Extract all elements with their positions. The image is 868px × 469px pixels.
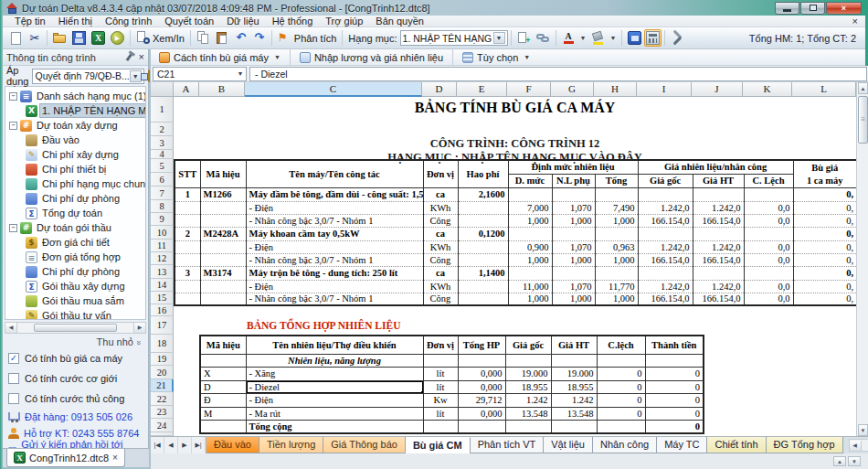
save-button[interactable] (69, 30, 89, 46)
t2-cell-r21-c4[interactable]: 18.955 (505, 380, 551, 393)
t2-cell-r22-c1[interactable]: - Điện (246, 393, 423, 407)
t1-cell-r14-cE[interactable] (458, 280, 508, 293)
t1-cell-r11-cF[interactable]: 0,900 (508, 240, 552, 253)
open-button[interactable] (50, 30, 69, 46)
t1-cell-r15-cI[interactable]: 166.154,0 (638, 293, 693, 305)
t1-cell-r13-cE[interactable]: 1,1400 (458, 266, 508, 280)
t1-header-g2[interactable]: Giá nhiên liệu/nhân công (638, 160, 793, 174)
t1-cell-r15-cC[interactable]: - Nhân công bậc 3,0/7 - Nhóm 1 (246, 293, 423, 305)
t1-cell-r7-cJ[interactable] (693, 187, 744, 201)
tree-item-0[interactable]: −≡Danh sách hạng mục (1) (5, 89, 145, 103)
t2-cell-r24-c2[interactable] (423, 420, 458, 433)
new-document-button[interactable] (6, 31, 26, 46)
tree-item-3[interactable]: Đầu vào (5, 133, 145, 147)
tree-item-13[interactable]: ΣGói thầu xây dựng (5, 279, 145, 293)
cell-reference-box[interactable]: C21 ▼ (153, 67, 247, 81)
t1-cell-r13-cB[interactable]: M3174 (200, 266, 246, 280)
t2-cell-r23-c7[interactable]: 0 (645, 407, 704, 420)
checkbox-checked[interactable]: ✓ (8, 353, 19, 364)
menu-item-1[interactable]: Hiển thị (52, 16, 99, 27)
t2-cell-r24-c5[interactable] (551, 420, 597, 433)
close-document-tab-icon[interactable]: × (112, 453, 118, 463)
t2-cell-r19-c5[interactable] (551, 354, 597, 367)
t1-cell-r15-cL[interactable]: 0, (793, 293, 856, 305)
fuel-summary-title[interactable]: BẢNG TỔNG HỢP NHIÊN LIỆU (247, 320, 401, 331)
t1-cell-r8-cH[interactable]: 7,490 (595, 201, 638, 214)
t2-cell-r19-c0[interactable] (200, 354, 246, 367)
row-header-21[interactable]: 21 (151, 379, 174, 392)
calculator-button[interactable] (644, 29, 662, 47)
t1-cell-r9-cA[interactable] (175, 214, 200, 227)
t2-cell-r24-c3[interactable] (458, 420, 505, 433)
t1-cell-r10-cC[interactable]: Máy khoan cầm tay 0,5kW (246, 227, 423, 240)
select-all-corner[interactable] (151, 82, 174, 97)
t2-cell-r22-c2[interactable]: Kw (423, 393, 458, 407)
close-button[interactable]: × (826, 2, 862, 15)
tree-item-11[interactable]: ≡Đơn giá tổng hợp (5, 250, 145, 264)
t1-cell-r15-cA[interactable] (175, 293, 200, 305)
tree-item-14[interactable]: Gói thầu mua sắm (5, 293, 145, 308)
row-header-22[interactable]: 22 (151, 392, 174, 406)
t1-cell-r8-cJ[interactable]: 1.242,0 (693, 201, 744, 214)
row-header-4[interactable]: 4 (151, 150, 174, 159)
folder-settings-icon[interactable] (148, 69, 150, 82)
t2-cell-r21-c0[interactable]: D (200, 380, 246, 393)
sheet-tab-1[interactable]: Tiền lượng (259, 437, 323, 453)
t1-header-bg1[interactable]: Bù giá (793, 160, 856, 174)
t1-cell-r7-cD[interactable]: ca (423, 187, 458, 201)
t1-header-g1[interactable]: Định mức nhiên liệu (508, 160, 638, 174)
t1-cell-r15-cG[interactable]: 1,000 (552, 293, 595, 305)
document-tab[interactable]: X CongTrinh12.dtc8 × (6, 449, 125, 467)
t2-cell-r20-c7[interactable]: 0 (645, 367, 704, 380)
t1-cell-r12-cJ[interactable]: 166.154,0 (693, 253, 744, 266)
t1-header-ten[interactable]: Tên máy/Tên công tác (246, 160, 423, 187)
redo-button[interactable]: ↷ (250, 30, 269, 46)
scroll-thumb[interactable] (34, 324, 117, 332)
t1-cell-r11-cH[interactable]: 0,963 (595, 240, 638, 253)
link-button[interactable] (534, 30, 553, 46)
t1-cell-r13-cH[interactable] (595, 266, 638, 280)
t1-cell-r11-cI[interactable]: 1.242,0 (638, 240, 693, 253)
checkbox-unchecked[interactable] (8, 373, 19, 384)
t2-cell-r20-c1[interactable]: - Xăng (246, 367, 423, 380)
t2-header-4[interactable]: Giá gốc (505, 336, 551, 354)
row-header-20[interactable]: 20 (151, 366, 174, 379)
t1-header-giaht[interactable]: Giá HT (693, 174, 744, 187)
tree-item-8[interactable]: ΣTổng dự toán (5, 206, 145, 220)
row-header-2[interactable]: 2 (151, 123, 174, 136)
row-header-11[interactable]: 11 (151, 240, 174, 252)
t2-cell-r19-c3[interactable] (458, 354, 505, 367)
t1-cell-r15-cH[interactable]: 1,000 (595, 293, 638, 305)
tree-item-10[interactable]: $Đơn giá chi tiết (5, 235, 145, 250)
tree-item-5[interactable]: Chi phí thiết bị (5, 162, 145, 176)
tree-item-4[interactable]: ✎Chi phí xây dựng (5, 147, 145, 162)
row-header-3[interactable]: 3 (151, 136, 174, 150)
t2-cell-r23-c0[interactable]: M (200, 407, 246, 420)
sheet-tab-0[interactable]: Đầu vào (206, 437, 259, 453)
t1-cell-r11-cE[interactable] (458, 240, 508, 253)
t1-cell-r8-cA[interactable] (175, 201, 200, 214)
t1-cell-r7-cC[interactable]: Máy đầm bê tông, đầm dùi - công suất: 1,… (246, 187, 423, 201)
nhap-luong-button[interactable]: Nhập lương và giá nhiên liệu (295, 50, 448, 65)
tools-button[interactable] (668, 30, 687, 46)
sheet-subtitle-project[interactable]: CÔNG TRÌNH: CÔNG TRÌNH 12 (174, 137, 856, 151)
column-header-G[interactable]: G (551, 82, 594, 97)
t2-header-2[interactable]: Đơn vị (423, 336, 458, 354)
next-sheet-icon[interactable]: ▶ (178, 437, 192, 453)
menu-item-2[interactable]: Công trình (99, 16, 158, 27)
t2-header-0[interactable]: Mã hiệu (200, 336, 246, 354)
tree-hscrollbar[interactable]: ◀ ▶ (5, 322, 146, 334)
t1-cell-r13-cJ[interactable] (693, 266, 744, 280)
row-header-18[interactable]: 18 (151, 335, 174, 353)
t1-cell-r7-cA[interactable]: 1 (175, 187, 200, 201)
t1-cell-r13-cA[interactable]: 3 (175, 266, 200, 280)
t1-cell-r11-cD[interactable]: KWh (423, 240, 458, 253)
row-header-24[interactable]: 24 (151, 419, 174, 432)
column-header-L[interactable]: L (792, 82, 856, 97)
t1-cell-r9-cC[interactable]: - Nhân công bậc 3,0/7 - Nhóm 1 (246, 214, 423, 227)
machine-price-table[interactable]: STTMã hiệuTên máy/Tên công tácĐơn vịHao … (174, 159, 856, 306)
t1-cell-r7-cG[interactable] (552, 187, 595, 201)
t1-cell-r9-cL[interactable]: 0, (793, 214, 856, 227)
t1-cell-r14-cL[interactable]: 0, (793, 280, 856, 293)
t1-cell-r14-cA[interactable] (175, 280, 200, 293)
